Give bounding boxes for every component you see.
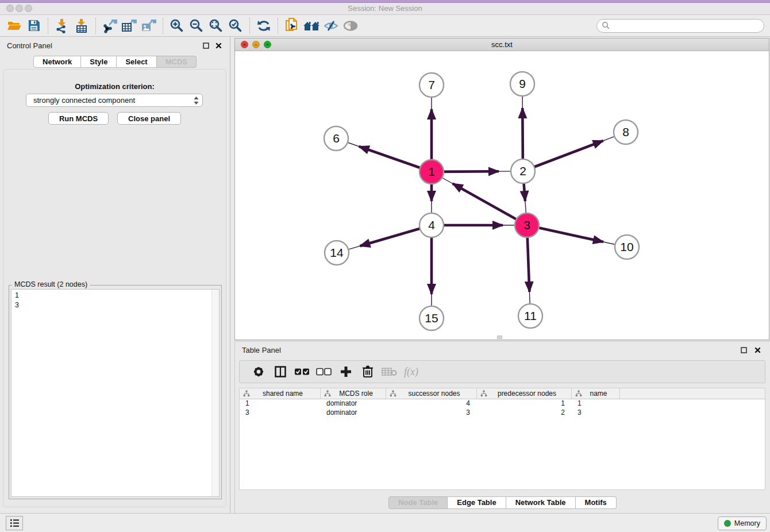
table-cell[interactable]: 3	[386, 408, 477, 418]
memory-status-icon	[724, 520, 731, 527]
export-table-icon[interactable]	[120, 17, 139, 35]
table-cell[interactable]: 2	[477, 408, 572, 418]
node-label-15: 15	[425, 311, 438, 325]
column-header-MCDS-role[interactable]: MCDS role	[321, 388, 386, 399]
node-label-10: 10	[620, 240, 633, 253]
attribute-type-icon	[243, 390, 250, 397]
column-header-successor-nodes[interactable]: successor nodes	[386, 388, 477, 399]
home-icon[interactable]	[302, 17, 321, 35]
float-panel-icon[interactable]	[201, 41, 210, 50]
tab-motifs[interactable]: Motifs	[576, 496, 617, 509]
window-top-accent	[0, 0, 770, 3]
chevron-up-down-icon	[194, 97, 199, 105]
deselect-all-icon[interactable]	[313, 363, 335, 380]
table-row[interactable]: 3dominator323	[240, 408, 765, 418]
export-network-icon[interactable]	[100, 17, 120, 35]
application-window: Session: New Session	[0, 0, 770, 532]
import-table-icon[interactable]	[72, 17, 91, 35]
clone-network-icon[interactable]	[282, 17, 302, 35]
table-cell[interactable]: 4	[386, 399, 477, 408]
column-header-label: successor nodes	[396, 390, 476, 398]
control-panel-tabs: Network Style Select MCDS	[0, 56, 230, 68]
export-image-icon[interactable]	[139, 17, 159, 35]
mcds-result-text[interactable]: 1 3	[11, 289, 220, 497]
node-label-4: 4	[428, 218, 435, 232]
search-box[interactable]	[596, 19, 764, 33]
optimization-criterion-label: Optimization criterion:	[3, 82, 226, 91]
table-cell[interactable]: 3	[240, 408, 321, 418]
delete-table-icon	[379, 363, 401, 380]
refresh-icon[interactable]	[254, 17, 274, 35]
column-header-shared-name[interactable]: shared name	[240, 388, 321, 399]
tab-edge-table[interactable]: Edge Table	[448, 496, 506, 509]
edge-4-14[interactable]	[360, 228, 421, 246]
table-row[interactable]: 1dominator411	[240, 399, 765, 408]
tab-select[interactable]: Select	[117, 56, 156, 68]
table-cell[interactable]: 1	[477, 399, 572, 408]
zoom-in-icon[interactable]	[167, 17, 187, 35]
table-header-row: shared nameMCDS rolesuccessor nodesprede…	[240, 388, 765, 399]
edge-3-10[interactable]	[538, 228, 603, 242]
node-label-14: 14	[330, 246, 344, 259]
eye-slash-icon[interactable]	[321, 17, 341, 35]
optimization-criterion-select[interactable]: strongly connected component	[26, 94, 203, 107]
open-icon[interactable]	[5, 17, 24, 35]
edge-3-11[interactable]	[528, 236, 530, 292]
node-table[interactable]: shared nameMCDS rolesuccessor nodesprede…	[239, 388, 765, 490]
search-input[interactable]	[610, 20, 764, 32]
toolbar-separator	[95, 18, 96, 34]
edge-2-9[interactable]	[522, 108, 523, 160]
toolbar-separator	[278, 18, 278, 34]
column-header-predecessor-nodes[interactable]: predecessor nodes	[477, 388, 572, 399]
edge-1-2[interactable]	[442, 171, 499, 172]
tab-mcds[interactable]: MCDS	[157, 56, 197, 68]
close-table-panel-icon[interactable]	[753, 345, 762, 354]
close-panel-icon[interactable]	[214, 41, 223, 50]
view-resize-handle[interactable]	[497, 336, 502, 339]
window-titlebar: Session: New Session	[0, 0, 770, 15]
select-all-icon[interactable]	[291, 363, 313, 380]
network-title: scc.txt	[235, 40, 769, 49]
network-graph-canvas[interactable]: 7968124314101511	[235, 52, 769, 340]
table-cell[interactable]: 1	[572, 399, 620, 408]
zoom-out-icon[interactable]	[187, 17, 206, 35]
zoom-selected-icon[interactable]	[226, 17, 245, 35]
edge-1-6[interactable]	[359, 147, 421, 168]
column-header-label: MCDS role	[331, 390, 386, 398]
column-header-name[interactable]: name	[572, 388, 620, 399]
run-mcds-button[interactable]: Run MCDS	[48, 112, 109, 125]
table-cell[interactable]: 1	[240, 399, 321, 408]
table-cell[interactable]: dominator	[321, 399, 386, 408]
window-title: Session: New Session	[0, 4, 770, 13]
edge-2-3[interactable]	[523, 182, 525, 201]
table-panel-title: Table Panel	[242, 346, 281, 354]
table-cell[interactable]: dominator	[321, 408, 386, 418]
import-network-icon[interactable]	[52, 17, 72, 35]
task-history-button[interactable]	[6, 516, 23, 530]
tab-style[interactable]: Style	[81, 56, 117, 68]
edge-3-1[interactable]	[453, 184, 518, 220]
mcds-result-title: MCDS result (2 nodes)	[12, 280, 90, 288]
memory-button[interactable]: Memory	[718, 516, 767, 530]
result-scrollbar[interactable]	[211, 290, 219, 496]
zoom-fit-icon[interactable]	[206, 17, 226, 35]
tab-node-table[interactable]: Node Table	[388, 496, 448, 509]
tab-network-table[interactable]: Network Table	[506, 496, 576, 509]
delete-column-icon[interactable]	[357, 363, 379, 380]
close-panel-button[interactable]: Close panel	[117, 112, 181, 125]
control-panel-title: Control Panel	[7, 41, 52, 50]
tab-network[interactable]: Network	[33, 56, 81, 68]
column-selector-icon[interactable]	[270, 363, 291, 380]
table-cell[interactable]: 3	[572, 408, 620, 418]
edge-2-8[interactable]	[533, 141, 603, 167]
control-panel: Control Panel Network Style Select MCDS …	[0, 37, 230, 513]
table-panel: Table Panel	[234, 341, 770, 513]
attribute-type-icon	[324, 390, 331, 397]
mcds-result-group: MCDS result (2 nodes) 1 3	[9, 285, 222, 499]
save-icon[interactable]	[24, 17, 44, 35]
add-column-icon[interactable]	[335, 363, 357, 380]
mcds-panel: Optimization criterion: strongly connect…	[3, 69, 226, 507]
settings-gear-icon[interactable]	[248, 363, 270, 380]
float-table-panel-icon[interactable]	[739, 345, 748, 354]
function-builder-icon: f(x)	[404, 366, 418, 378]
